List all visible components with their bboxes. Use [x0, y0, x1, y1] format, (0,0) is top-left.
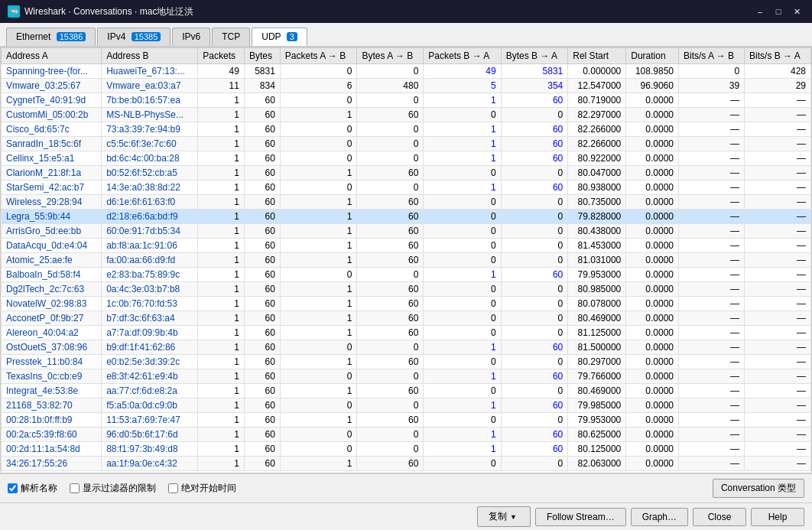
table-cell: 80.985000 [568, 282, 626, 297]
table-row[interactable]: Wireless_29:28:94d6:1e:6f:61:63:f0160160… [2, 195, 811, 210]
table-cell: 0 [280, 151, 357, 166]
table-cell: 1 [198, 340, 245, 355]
table-cell: 80.938000 [568, 180, 626, 195]
table-row[interactable]: Legra_55:9b:44d2:18:e6:6a:bd:f9160160007… [2, 210, 811, 224]
table-cell: — [678, 166, 744, 180]
table-cell: 0.0000 [626, 428, 679, 442]
table-cell: 0.0000 [626, 326, 679, 340]
table-row[interactable]: SanradIn_18:5c:6fc5:5c:6f:3e:7c:60160001… [2, 137, 811, 151]
table-cell: — [745, 166, 811, 180]
table-cell: b7:df:3c:6f:63:a4 [102, 311, 198, 326]
close-button[interactable]: ✕ [789, 5, 804, 18]
col-header-packets-a-b[interactable]: Packets A → B [280, 48, 357, 64]
table-row[interactable]: 34:26:17:55:26aa:1f:9a:0e:c4:32160160008… [2, 457, 811, 471]
table-row[interactable]: 21168_53:82:70f5:a5:0a:0d:c9:0b160001607… [2, 398, 811, 413]
table-cell: 1 [424, 442, 501, 457]
table-row[interactable]: Cellinx_15:e5:a1bd:6c:4c:00:ba:281600016… [2, 151, 811, 166]
table-row[interactable]: CustomMi_05:00:2bMS-NLB-PhysSe...1601600… [2, 108, 811, 122]
window-controls[interactable]: – □ ✕ [752, 5, 804, 18]
table-cell: 0 [357, 137, 424, 151]
absolute-start-checkbox[interactable]: 绝对开始时间 [168, 482, 236, 495]
table-cell: 0 [357, 151, 424, 166]
table-row[interactable]: TexasIns_0c:cb:e9e8:3f:42:61:e9:4b160001… [2, 369, 811, 384]
close-button[interactable]: Close [693, 508, 746, 526]
table-cell: fa:00:aa:66:d9:fd [102, 253, 198, 268]
table-row[interactable]: StarSemi_42:ac:b714:3e:a0:38:8d:22160001… [2, 180, 811, 195]
col-header-bits-b-a[interactable]: Bits/s B → A [745, 48, 811, 64]
tabs-bar: Ethernet 15386 IPv4 15385 IPv6 TCP UDP 3 [0, 23, 812, 47]
table-cell: 12.547000 [568, 79, 626, 93]
table-cell: d2:18:e6:6a:bd:f9 [102, 210, 198, 224]
table-cell: 1 [424, 93, 501, 108]
table-row[interactable]: 00:2a:c5:39:f8:6096:d0:5b:6f:17:6d160001… [2, 428, 811, 442]
table-cell: 1 [424, 369, 501, 384]
table-row[interactable]: 00:2d:11:1a:54:8d88:f1:97:3b:49:d8160001… [2, 442, 811, 457]
table-cell: 60 [501, 180, 568, 195]
maximize-button[interactable]: □ [771, 5, 786, 18]
table-row[interactable]: ClarionM_21:8f:1ab0:52:6f:52:cb:a5160160… [2, 166, 811, 180]
col-header-rel-start[interactable]: Rel Start [568, 48, 626, 64]
table-cell: 0 [424, 326, 501, 340]
table-row[interactable]: OstOuetS_37:08:96b9:df:1f:41:62:86160001… [2, 340, 811, 355]
table-row[interactable]: Presstek_11:b0:84e0:b2:5e:3d:39:2c160160… [2, 355, 811, 369]
table-cell: — [678, 442, 744, 457]
table-cell: 1 [280, 195, 357, 210]
col-header-address-a[interactable]: Address A [2, 48, 102, 64]
table-cell: 0 [280, 398, 357, 413]
col-header-duration[interactable]: Duration [626, 48, 679, 64]
table-cell: 60 [244, 166, 280, 180]
table-row[interactable]: NovatelW_02:98:831c:0b:76:70:fd:53160160… [2, 297, 811, 311]
col-header-packets[interactable]: Packets [198, 48, 245, 64]
table-row[interactable]: Dg2lTech_2c:7c:630a:4c:3e:03:b7:b8160160… [2, 282, 811, 297]
col-header-bytes[interactable]: Bytes [244, 48, 280, 64]
conversation-type-button[interactable]: Conversation 类型 [713, 479, 804, 498]
table-cell: 0.0000 [626, 413, 679, 428]
help-button[interactable]: Help [751, 508, 804, 526]
ethernet-badge: 15386 [57, 32, 86, 41]
tab-ipv4[interactable]: IPv4 15385 [97, 28, 171, 46]
table-row[interactable]: 00:28:1b:0f:ff:b911:53:a7:69:7e:47160160… [2, 413, 811, 428]
table-row[interactable]: Spanning-tree-(for...HuaweiTe_67:13:...4… [2, 64, 811, 79]
table-row[interactable]: Alereon_40:04:a2a7:7a:df:09:9b:4b1601600… [2, 326, 811, 340]
tab-tcp[interactable]: TCP [212, 28, 250, 46]
table-row[interactable]: BalboaIn_5d:58:f4e2:83:ba:75:89:9c160001… [2, 268, 811, 282]
table-cell: 0 [678, 64, 744, 79]
table-cell: — [678, 457, 744, 471]
col-header-bytes-b-a[interactable]: Bytes B → A [501, 48, 568, 64]
table-cell: 1 [424, 398, 501, 413]
tab-ipv6[interactable]: IPv6 [172, 28, 210, 46]
col-header-bits-a-b[interactable]: Bits/s A → B [678, 48, 744, 64]
limit-filter-checkbox[interactable]: 显示过滤器的限制 [70, 482, 156, 495]
table-cell: 81.500000 [568, 340, 626, 355]
copy-button[interactable]: 复制 [477, 506, 531, 527]
table-row[interactable]: CygnetTe_40:91:9d7b:be:b0:16:57:ea160001… [2, 93, 811, 108]
minimize-button[interactable]: – [752, 5, 768, 18]
table-row[interactable]: Vmware_03:25:67Vmware_ea:03:a71183464805… [2, 79, 811, 93]
graph-button[interactable]: Graph… [631, 508, 688, 526]
table-cell: 60 [357, 108, 424, 122]
tab-ethernet[interactable]: Ethernet 15386 [6, 28, 96, 46]
table-cell: Vmware_03:25:67 [2, 79, 102, 93]
table-row[interactable]: Atomic_25:ae:fefa:00:aa:66:d9:fd16016000… [2, 253, 811, 268]
follow-stream-button[interactable]: Follow Stream… [535, 508, 626, 526]
limit-filter-input[interactable] [70, 483, 80, 493]
table-cell: a7:7a:df:09:9b:4b [102, 326, 198, 340]
table-cell: 0.0000 [626, 224, 679, 239]
col-header-address-b[interactable]: Address B [102, 48, 198, 64]
table-row[interactable]: Integrat_4e:53:8eaa:77:cf:6d:e8:2a160160… [2, 384, 811, 398]
table-row[interactable]: AcconetP_0f:9b:27b7:df:3c:6f:63:a4160160… [2, 311, 811, 326]
tab-udp[interactable]: UDP 3 [252, 28, 307, 46]
table-row[interactable]: DataAcqu_0d:e4:04ab:f8:aa:1c:91:06160160… [2, 239, 811, 253]
absolute-start-input[interactable] [168, 483, 178, 493]
table-cell: 0 [501, 297, 568, 311]
table-row[interactable]: Cisco_6d:65:7c73:a3:39:7e:94:b9160001608… [2, 122, 811, 137]
resolve-names-checkbox[interactable]: 解析名称 [8, 482, 57, 495]
col-header-bytes-a-b[interactable]: Bytes A → B [357, 48, 424, 64]
table-cell: DataAcqu_0d:e4:04 [2, 239, 102, 253]
col-header-packets-b-a[interactable]: Packets B → A [424, 48, 501, 64]
table-cell: 0 [424, 355, 501, 369]
table-cell: — [678, 268, 744, 282]
table-row[interactable]: ArrisGro_5d:ee:bb60:0e:91:7d:b5:34160160… [2, 224, 811, 239]
resolve-names-input[interactable] [8, 483, 18, 493]
table-cell: 354 [501, 79, 568, 93]
